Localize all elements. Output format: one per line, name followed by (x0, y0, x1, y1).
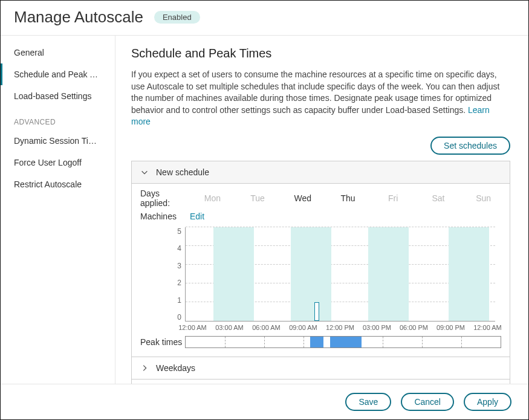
sidebar-item-schedule[interactable]: Schedule and Peak Ti... (1, 63, 115, 85)
accordion-weekend[interactable]: Weekend (131, 380, 510, 384)
x-tick: 06:00 AM (248, 324, 285, 332)
x-tick: 12:00 AM (174, 324, 211, 332)
x-tick: 09:00 AM (285, 324, 322, 332)
machines-chart: 543210 12:00 AM03:00 AM06:00 AM09:00 AM1… (132, 225, 510, 332)
day-sun[interactable]: Sun (461, 193, 506, 203)
x-tick: 03:00 AM (211, 324, 248, 332)
y-tick: 1 (167, 296, 181, 305)
footer-toolbar: Save Cancel Apply (1, 384, 528, 419)
day-thu[interactable]: Thu (325, 193, 371, 203)
sidebar-heading-advanced: ADVANCED (1, 107, 115, 130)
peak-times-track[interactable] (185, 336, 501, 348)
chevron-right-icon (140, 364, 149, 372)
sidebar-item-load[interactable]: Load-based Settings (1, 85, 115, 107)
section-heading: Schedule and Peak Times (131, 47, 510, 60)
day-fri[interactable]: Fri (371, 193, 416, 203)
accordion-label: Weekdays (156, 363, 195, 373)
y-tick: 0 (167, 313, 181, 321)
day-wed[interactable]: Wed (280, 193, 325, 203)
panel-header-new-schedule[interactable]: New schedule (132, 161, 510, 184)
apply-button[interactable]: Apply (464, 393, 511, 411)
sidebar-item-general[interactable]: General (1, 42, 115, 63)
x-tick: 06:00 PM (395, 324, 432, 332)
peak-segment[interactable] (330, 337, 362, 347)
page-title: Manage Autoscale (14, 8, 143, 27)
day-mon[interactable]: Mon (190, 193, 235, 203)
x-tick: 09:00 PM (432, 324, 469, 332)
x-tick: 12:00 AM (469, 324, 506, 332)
save-button[interactable]: Save (345, 393, 391, 411)
schedule-panel: New schedule Days applied: MonTueWedThuF… (131, 161, 510, 357)
window-header: Manage Autoscale Enabled (1, 1, 528, 36)
machines-label: Machines (135, 212, 190, 221)
status-badge: Enabled (154, 11, 200, 24)
cancel-button[interactable]: Cancel (401, 393, 454, 411)
days-applied-label: Days applied: (135, 189, 190, 208)
peak-segment[interactable] (310, 337, 323, 347)
main-content: Schedule and Peak Times If you expect a … (115, 36, 528, 384)
set-schedules-button[interactable]: Set schedules (430, 137, 510, 155)
sidebar-item-restrict-autoscale[interactable]: Restrict Autoscale (1, 173, 115, 195)
section-description: If you expect a set of users to consume … (131, 69, 510, 128)
y-tick: 3 (167, 262, 181, 270)
chevron-down-icon (140, 168, 149, 176)
panel-title: New schedule (156, 167, 209, 177)
days-list: MonTueWedThuFriSatSun (190, 193, 506, 203)
sidebar-item-dynamic-session[interactable]: Dynamic Session Tim... (1, 130, 115, 152)
sidebar-item-force-logoff[interactable]: Force User Logoff (1, 152, 115, 173)
edit-machines-link[interactable]: Edit (190, 212, 204, 221)
accordion-weekdays[interactable]: Weekdays (131, 357, 510, 380)
y-tick: 5 (167, 227, 181, 236)
chart-bar (314, 302, 319, 321)
y-tick: 2 (167, 279, 181, 287)
day-sat[interactable]: Sat (416, 193, 461, 203)
peak-times-label: Peak times (140, 337, 185, 347)
day-tue[interactable]: Tue (235, 193, 281, 203)
sidebar: General Schedule and Peak Ti... Load-bas… (1, 36, 115, 384)
y-tick: 4 (167, 244, 181, 253)
x-tick: 03:00 PM (359, 324, 395, 332)
x-tick: 12:00 PM (322, 324, 359, 332)
